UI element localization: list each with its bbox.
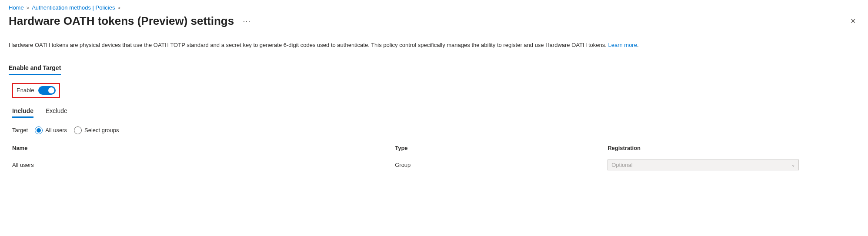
breadcrumb-home[interactable]: Home: [9, 4, 24, 11]
target-label: Target: [12, 127, 28, 133]
cell-registration: Optional ⌄: [608, 155, 863, 175]
target-selector: Target All users Select groups: [12, 126, 859, 134]
description-text: Hardware OATH tokens are physical device…: [9, 42, 608, 48]
radio-icon: [74, 126, 82, 134]
col-header-name: Name: [12, 141, 395, 155]
radio-all-users[interactable]: All users: [35, 126, 67, 134]
radio-all-users-label: All users: [45, 127, 67, 133]
page-header: Hardware OATH tokens (Preview) settings …: [9, 14, 859, 28]
table-row: All users Group Optional ⌄: [12, 155, 863, 175]
col-header-type: Type: [395, 141, 608, 155]
breadcrumb-auth-methods[interactable]: Authentication methods | Policies: [32, 4, 115, 11]
chevron-down-icon: ⌄: [791, 163, 795, 167]
enable-label: Enable: [17, 87, 34, 93]
radio-icon: [35, 126, 43, 134]
col-header-registration: Registration: [608, 141, 863, 155]
breadcrumb: Home > Authentication methods | Policies…: [9, 4, 859, 11]
enable-toggle[interactable]: [38, 86, 56, 95]
registration-value: Optional: [611, 162, 632, 168]
section-tabs: Enable and Target: [9, 62, 859, 75]
enable-toggle-row: Enable: [12, 83, 60, 98]
tab-enable-and-target[interactable]: Enable and Target: [9, 62, 61, 75]
radio-select-groups-label: Select groups: [84, 127, 119, 133]
cell-name: All users: [12, 155, 395, 175]
page-title: Hardware OATH tokens (Preview) settings: [9, 14, 234, 28]
tab-exclude[interactable]: Exclude: [46, 107, 67, 118]
learn-more-link[interactable]: Learn more: [608, 42, 637, 48]
chevron-right-icon: >: [27, 5, 29, 10]
chevron-right-icon: >: [117, 5, 120, 10]
include-exclude-tabs: Include Exclude: [12, 107, 859, 118]
radio-select-groups[interactable]: Select groups: [74, 126, 119, 134]
cell-type: Group: [395, 155, 608, 175]
registration-select[interactable]: Optional ⌄: [608, 160, 799, 170]
tab-include[interactable]: Include: [12, 107, 33, 118]
close-icon[interactable]: ✕: [847, 15, 859, 27]
more-actions-icon[interactable]: ⋯: [243, 17, 251, 26]
policy-description: Hardware OATH tokens are physical device…: [9, 41, 859, 50]
targets-table: Name Type Registration All users Group O…: [12, 141, 863, 175]
